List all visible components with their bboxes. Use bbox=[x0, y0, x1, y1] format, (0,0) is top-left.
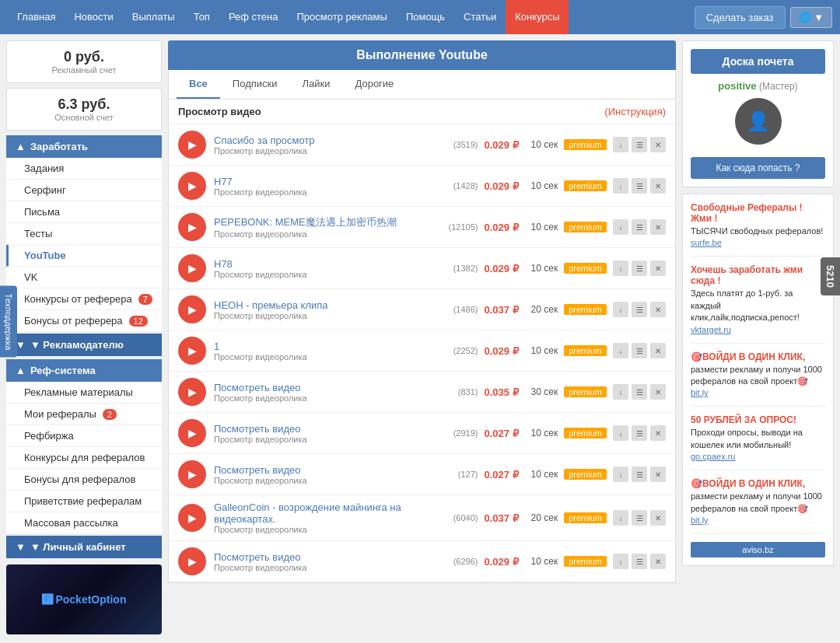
video-count: (1382) bbox=[453, 264, 478, 273]
download-icon[interactable]: ↓ bbox=[613, 467, 628, 482]
nav-top[interactable]: Топ bbox=[184, 0, 219, 34]
nav-stati[interactable]: Статьи bbox=[454, 0, 506, 34]
close-icon[interactable]: ✕ bbox=[650, 343, 666, 358]
support-tab[interactable]: Техподдержка bbox=[0, 285, 17, 358]
nav-pomosh[interactable]: Помощь bbox=[397, 0, 454, 34]
info-icon[interactable]: ☰ bbox=[632, 219, 647, 235]
video-title[interactable]: GalleonCoin - возрождение майнинга на ви… bbox=[214, 501, 446, 525]
sidebar-item-bonusy-dlya[interactable]: Бонусы для рефералов bbox=[6, 469, 162, 491]
nav-ref-stena[interactable]: Реф стена bbox=[219, 0, 288, 34]
close-icon[interactable]: ✕ bbox=[650, 510, 666, 526]
download-icon[interactable]: ↓ bbox=[613, 343, 628, 358]
make-order-button[interactable]: Сделать заказ bbox=[695, 6, 786, 29]
download-icon[interactable]: ↓ bbox=[613, 510, 628, 526]
ref-system-section[interactable]: ▲ Реф-система bbox=[6, 359, 162, 382]
close-icon[interactable]: ✕ bbox=[650, 554, 666, 569]
video-title[interactable]: Спасибо за просмотр bbox=[214, 135, 446, 146]
tab-likes[interactable]: Лайки bbox=[289, 70, 342, 99]
close-icon[interactable]: ✕ bbox=[650, 425, 666, 441]
info-icon[interactable]: ☰ bbox=[632, 137, 647, 152]
sidebar-item-my-referrals[interactable]: Мои рефералы 2 bbox=[6, 404, 162, 425]
info-icon[interactable]: ☰ bbox=[632, 425, 647, 441]
video-title[interactable]: Посмотреть видео bbox=[214, 464, 450, 476]
ad-title: 50 РУБЛЕЙ ЗА ОПРОС! bbox=[691, 414, 825, 425]
download-icon[interactable]: ↓ bbox=[613, 219, 628, 235]
sidebar-item-surfing[interactable]: Серфинг bbox=[6, 180, 162, 201]
video-item: 1 Просмотр видеоролика (2252) 0.029 ₽ 10… bbox=[169, 330, 675, 372]
video-count: (6040) bbox=[453, 513, 478, 522]
video-count: (2252) bbox=[453, 346, 478, 355]
nav-prosmotr[interactable]: Просмотр рекламы bbox=[288, 0, 397, 34]
sidebar-item-zadaniya[interactable]: Задания bbox=[6, 158, 162, 180]
info-icon[interactable]: ☰ bbox=[632, 510, 647, 526]
sidebar-item-pisma[interactable]: Письма bbox=[6, 201, 162, 223]
advertiser-section[interactable]: ▼ ▼ Рекламодателю bbox=[6, 334, 162, 356]
ad-link[interactable]: bit.ly bbox=[691, 515, 709, 525]
nav-glavnaya[interactable]: Главная bbox=[8, 0, 65, 34]
close-icon[interactable]: ✕ bbox=[650, 384, 666, 400]
sidebar-item-refbirzha[interactable]: Рефбиржа bbox=[6, 425, 162, 447]
download-icon[interactable]: ↓ bbox=[613, 178, 628, 194]
info-icon[interactable]: ☰ bbox=[632, 260, 647, 276]
sidebar-item-reklam-material[interactable]: Рекламные материалы bbox=[6, 382, 162, 404]
sidebar-item-bonusy-ref[interactable]: Бонусы от реферера 12 bbox=[6, 310, 162, 332]
info-icon[interactable]: ☰ bbox=[632, 343, 647, 358]
download-icon[interactable]: ↓ bbox=[613, 137, 628, 152]
sidebar-item-vk[interactable]: VK bbox=[6, 267, 162, 288]
sidebar-item-konkursy-ref[interactable]: Конкурсы от реферера 7 bbox=[6, 288, 162, 310]
ad-link[interactable]: go.cpaex.ru bbox=[691, 452, 735, 461]
nav-novosti[interactable]: Новости bbox=[65, 0, 122, 34]
sidebar-item-privetstvie[interactable]: Приветствие рефералам bbox=[6, 491, 162, 512]
main-balance-amount: 6.3 руб. bbox=[15, 96, 153, 113]
video-title[interactable]: Посмотреть видео bbox=[214, 551, 446, 563]
video-title[interactable]: PEPEBONK: MEME魔法遇上加密币热潮 bbox=[214, 215, 441, 229]
video-title[interactable]: Посмотреть видео bbox=[214, 423, 446, 435]
language-button[interactable]: 🌐 ▼ bbox=[790, 7, 832, 28]
video-meta: (6296) 0.029 ₽ 10 сек premium ↓ ☰ ✕ bbox=[453, 554, 666, 569]
tab-expensive[interactable]: Дорогие bbox=[342, 70, 406, 99]
ad-link[interactable]: vktarget.ru bbox=[691, 325, 731, 334]
info-icon[interactable]: ☰ bbox=[632, 384, 647, 400]
sidebar-item-youtube[interactable]: YouTube bbox=[6, 245, 162, 267]
close-icon[interactable]: ✕ bbox=[650, 302, 666, 317]
close-icon[interactable]: ✕ bbox=[650, 137, 666, 152]
ad-link[interactable]: bit.ly bbox=[691, 388, 709, 397]
instruction-link[interactable]: (Инструкция) bbox=[604, 106, 666, 117]
video-title[interactable]: Н78 bbox=[214, 258, 446, 270]
ad-link[interactable]: surfe.be bbox=[691, 238, 722, 247]
nav-vyplaty[interactable]: Выплаты bbox=[123, 0, 184, 34]
download-icon[interactable]: ↓ bbox=[613, 425, 628, 441]
video-item: Посмотреть видео Просмотр видеоролика (1… bbox=[169, 454, 675, 495]
youtube-icon bbox=[178, 213, 206, 241]
sidebar-item-rassylka[interactable]: Массовая рассылка bbox=[6, 512, 162, 534]
sidebar-item-konkursy-dlya[interactable]: Конкурсы для рефералов bbox=[6, 447, 162, 469]
close-icon[interactable]: ✕ bbox=[650, 260, 666, 276]
video-title[interactable]: Н77 bbox=[214, 176, 446, 187]
how-to-button[interactable]: Как сюда попасть ? bbox=[691, 157, 825, 179]
video-title[interactable]: Посмотреть видео bbox=[214, 382, 450, 393]
nav-konkursy[interactable]: Конкурсы bbox=[506, 0, 569, 34]
tab-all[interactable]: Все bbox=[177, 70, 220, 99]
info-icon[interactable]: ☰ bbox=[632, 554, 647, 569]
youtube-icon bbox=[178, 547, 206, 575]
info-icon[interactable]: ☰ bbox=[632, 302, 647, 317]
earn-section[interactable]: ▲ Заработать bbox=[6, 135, 162, 158]
tab-subscriptions[interactable]: Подписки bbox=[220, 70, 290, 99]
video-items-container: Спасибо за просмотр Просмотр видеоролика… bbox=[169, 124, 675, 582]
info-icon[interactable]: ☰ bbox=[632, 467, 647, 482]
sidebar-item-testy[interactable]: Тесты bbox=[6, 223, 162, 245]
sidebar-label-surfing: Серфинг bbox=[24, 184, 66, 196]
info-icon[interactable]: ☰ bbox=[632, 178, 647, 194]
download-icon[interactable]: ↓ bbox=[613, 260, 628, 276]
video-title[interactable]: 1 bbox=[214, 341, 446, 352]
sidebar-ad[interactable]: 🅿 PocketOption bbox=[6, 564, 162, 634]
cabinet-section[interactable]: ▼ ▼ Личный кабинет bbox=[6, 536, 162, 558]
close-icon[interactable]: ✕ bbox=[650, 467, 666, 482]
video-meta: (1428) 0.029 ₽ 10 сек premium ↓ ☰ ✕ bbox=[453, 178, 666, 194]
close-icon[interactable]: ✕ bbox=[650, 178, 666, 194]
download-icon[interactable]: ↓ bbox=[613, 554, 628, 569]
download-icon[interactable]: ↓ bbox=[613, 302, 628, 317]
video-title[interactable]: НЕОН - премьера клипа bbox=[214, 299, 446, 311]
download-icon[interactable]: ↓ bbox=[613, 384, 628, 400]
close-icon[interactable]: ✕ bbox=[650, 219, 666, 235]
